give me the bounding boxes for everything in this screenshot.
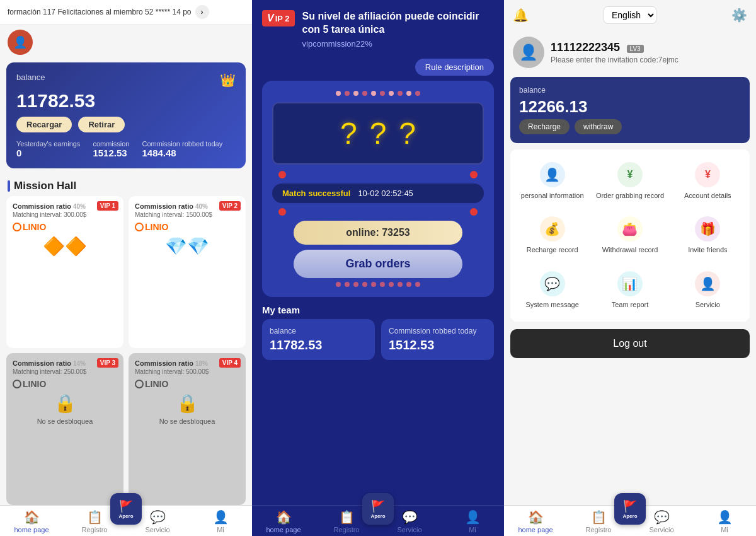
my-team-title: My team bbox=[252, 297, 504, 319]
servicio-menu-icon: 👤 bbox=[695, 271, 720, 296]
menu-servicio[interactable]: 👤 Servicio bbox=[670, 264, 746, 317]
team-balance-card: balance 11782.53 bbox=[262, 319, 375, 360]
menu-withdrawal-record[interactable]: 👛 Withdrawal record bbox=[592, 209, 668, 262]
slot-dot-left-2[interactable] bbox=[278, 208, 286, 216]
balance-amount: 11782.53 bbox=[16, 90, 236, 112]
menu-account-details[interactable]: ¥ Account details bbox=[670, 154, 746, 207]
nav-mi-left[interactable]: 👤 Mi bbox=[189, 510, 252, 533]
nav-home-label-mid: home page bbox=[266, 526, 301, 533]
vip-badge-large: VIP 2 bbox=[262, 10, 295, 26]
rule-description-button[interactable]: Rule description bbox=[415, 59, 494, 76]
slot-side-dots bbox=[272, 171, 484, 178]
linio-logo-3: LINIO bbox=[13, 379, 117, 389]
menu-system-message[interactable]: 💬 System message bbox=[514, 264, 590, 317]
right-withdraw-button[interactable]: withdraw bbox=[575, 119, 622, 134]
nav-servicio-label-left: Servicio bbox=[145, 526, 169, 533]
nav-fab-right[interactable]: 🚩 Apero bbox=[614, 493, 646, 525]
nav-home-label-left: home page bbox=[14, 526, 49, 533]
mi-icon-right: 👤 bbox=[717, 510, 733, 525]
robbed-label: Commission robbed today bbox=[142, 140, 222, 148]
commission-stat: commission 1512.53 bbox=[93, 140, 129, 158]
invite-friends-icon: 🎁 bbox=[695, 216, 720, 242]
recharge-button[interactable]: Recargar bbox=[16, 117, 72, 132]
nav-home-right[interactable]: 🏠 home page bbox=[504, 510, 567, 533]
menu-invite-friends[interactable]: 🎁 Invite friends bbox=[670, 209, 746, 262]
mission-card-2[interactable]: Commission ratio 40% Matching interval: … bbox=[129, 196, 246, 348]
menu-grid: 👤 personal information ¥ Order grabbing … bbox=[510, 149, 750, 322]
servicio-menu-label: Servicio bbox=[696, 300, 720, 309]
flag-icon-mid: 🚩 bbox=[371, 499, 385, 513]
system-message-icon: 💬 bbox=[540, 271, 565, 296]
right-header: 🔔 English ⚙️ bbox=[504, 0, 756, 30]
language-selector[interactable]: English bbox=[604, 6, 656, 24]
withdraw-button[interactable]: Retirar bbox=[78, 117, 125, 132]
bell-icon[interactable]: 🔔 bbox=[513, 8, 529, 23]
team-report-label: Team report bbox=[612, 300, 649, 309]
slot-dot-right-2[interactable] bbox=[470, 208, 478, 216]
yesterday-label: Yesterday's earnings bbox=[16, 140, 80, 148]
nav-mi-mid[interactable]: 👤 Mi bbox=[441, 510, 504, 533]
nav-servicio-label-mid: Servicio bbox=[397, 526, 421, 533]
account-details-icon: ¥ bbox=[695, 162, 720, 187]
slot-q2: ? bbox=[370, 116, 387, 151]
online-button[interactable]: online: 73253 bbox=[294, 221, 463, 245]
slot-dot-left[interactable] bbox=[278, 171, 286, 178]
profile-section: 👤 11112222345 LV3 Please enter the invit… bbox=[504, 30, 756, 74]
flag-icon-left: 🚩 bbox=[119, 499, 133, 513]
logout-button[interactable]: Log out bbox=[510, 329, 750, 358]
locked-text-4: No se desbloquea bbox=[135, 417, 239, 425]
nav-mi-right[interactable]: 👤 Mi bbox=[693, 510, 756, 533]
right-balance-card: balance 12266.13 Recharge withdraw bbox=[510, 77, 750, 143]
marquee-arrow[interactable]: › bbox=[195, 5, 209, 19]
nav-fab-mid[interactable]: 🚩 Apero bbox=[362, 493, 394, 525]
slot-q1: ? bbox=[340, 116, 357, 151]
profile-avatar: 👤 bbox=[513, 37, 544, 68]
mission-card-1[interactable]: Commission ratio 40% Matching interval: … bbox=[6, 196, 123, 348]
fab-label-left: Apero bbox=[118, 513, 133, 519]
invite-friends-label: Invite friends bbox=[688, 245, 727, 254]
right-panel: 🔔 English ⚙️ 👤 11112222345 LV3 Please en… bbox=[504, 0, 756, 536]
middle-bottom-nav: 🏠 home page 📋 Registro 🚩 Apero 💬 Servici… bbox=[252, 505, 504, 536]
home-icon-mid: 🏠 bbox=[276, 510, 292, 525]
gear-icon[interactable]: ⚙️ bbox=[731, 8, 747, 23]
yesterday-stat: Yesterday's earnings 0 bbox=[16, 140, 80, 158]
vip-title: Su nivel de afiliación puede coincidir c… bbox=[302, 10, 494, 37]
vip-badge-3: VIP 3 bbox=[97, 358, 118, 368]
withdrawal-record-icon: 👛 bbox=[617, 216, 643, 242]
robbed-stat: Commission robbed today 1484.48 bbox=[142, 140, 222, 158]
slot-q3: ? bbox=[399, 116, 416, 151]
home-icon-left: 🏠 bbox=[24, 510, 40, 525]
vip-badge-2: VIP 2 bbox=[219, 201, 241, 211]
mission-interval-1: Matching interval: 300.00$ bbox=[13, 211, 117, 218]
vip-header: VIP 2 Su nivel de afiliación puede coinc… bbox=[252, 0, 504, 59]
profile-info: 11112222345 LV3 Please enter the invitat… bbox=[551, 41, 679, 64]
personal-info-icon: 👤 bbox=[540, 162, 565, 187]
withdrawal-record-label: Withdrawal record bbox=[602, 245, 658, 254]
gem-icon-3: 🔒 bbox=[13, 393, 117, 414]
mi-icon-mid: 👤 bbox=[465, 510, 481, 525]
slot-dot-right[interactable] bbox=[470, 171, 478, 178]
mission-grid: Commission ratio 40% Matching interval: … bbox=[0, 196, 252, 505]
right-recharge-button[interactable]: Recharge bbox=[519, 119, 570, 134]
mission-card-3: Commission ratio 14% Matching interval: … bbox=[6, 353, 123, 505]
registro-icon-mid: 📋 bbox=[339, 510, 355, 525]
nav-fab-left[interactable]: 🚩 Apero bbox=[110, 493, 142, 525]
menu-personal-info[interactable]: 👤 personal information bbox=[514, 154, 590, 207]
yesterday-val: 0 bbox=[16, 148, 80, 158]
nav-home-left[interactable]: 🏠 home page bbox=[0, 510, 63, 533]
menu-order-grabbing[interactable]: ¥ Order grabbing record bbox=[592, 154, 668, 207]
mission-card-4: Commission ratio 18% Matching interval: … bbox=[129, 353, 246, 505]
servicio-icon-right: 💬 bbox=[654, 510, 670, 525]
menu-team-report[interactable]: 📊 Team report bbox=[592, 264, 668, 317]
system-message-label: System message bbox=[525, 300, 578, 309]
slot-machine: ? ? ? Match successful 10-02 02:52:45 on… bbox=[262, 81, 494, 297]
marquee-text: formación 117 Felicitaciones al miembro … bbox=[8, 8, 192, 16]
team-cards: balance 11782.53 Commission robbed today… bbox=[252, 319, 504, 360]
gem-icon-1: 🔶🔶 bbox=[13, 236, 117, 257]
menu-recharge-record[interactable]: 💰 Recharge record bbox=[514, 209, 590, 262]
nav-home-mid[interactable]: 🏠 home page bbox=[252, 510, 315, 533]
order-grabbing-icon: ¥ bbox=[617, 162, 643, 187]
grab-orders-button[interactable]: Grab orders bbox=[294, 250, 463, 278]
right-bottom-nav: 🏠 home page 📋 Registro 🚩 Apero 💬 Servici… bbox=[504, 505, 756, 536]
linio-logo-1: LINIO bbox=[13, 222, 117, 232]
